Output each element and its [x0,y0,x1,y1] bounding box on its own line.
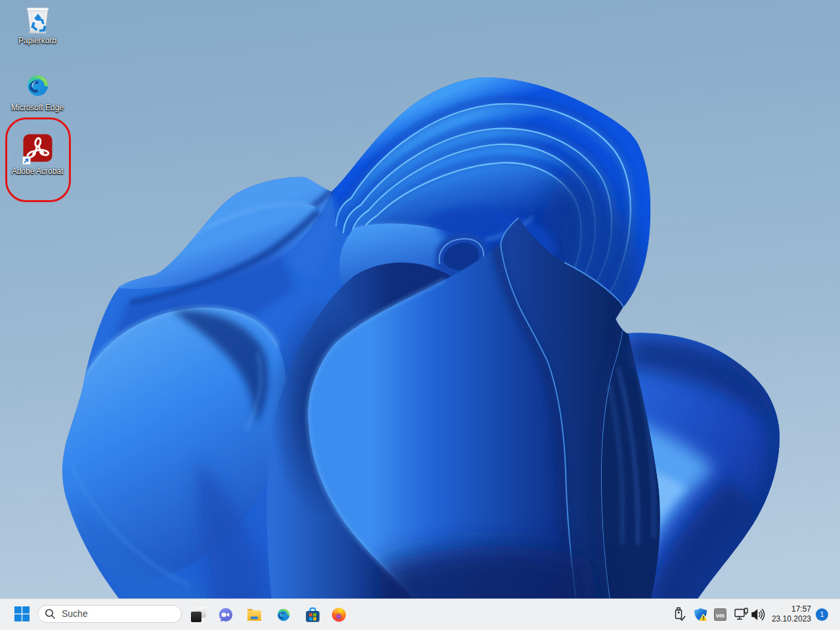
svg-text:vm: vm [716,612,724,619]
